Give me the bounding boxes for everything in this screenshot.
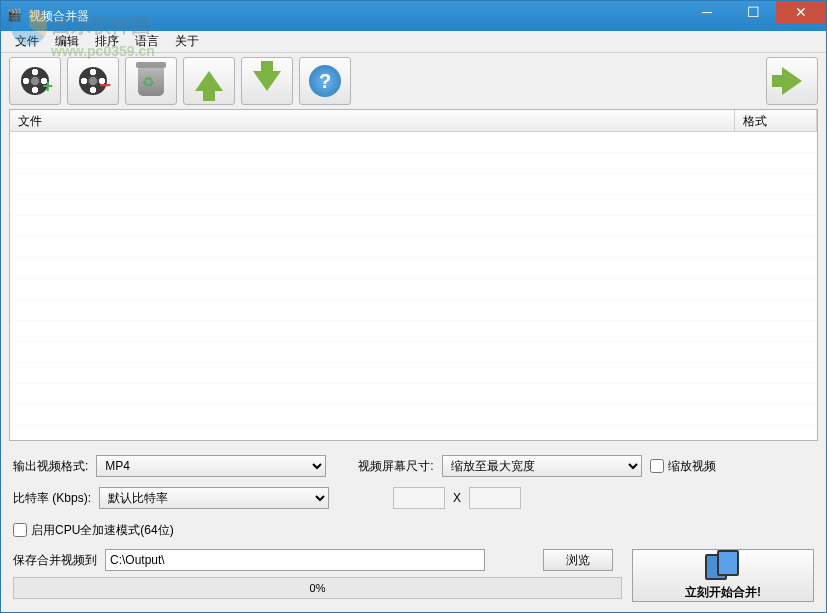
move-down-button[interactable] bbox=[241, 57, 293, 105]
dimension-separator: X bbox=[453, 491, 461, 505]
row-bitrate: 比特率 (Kbps): 默认比特率 X bbox=[13, 485, 814, 511]
close-button[interactable]: ✕ bbox=[776, 1, 826, 23]
width-input[interactable] bbox=[393, 487, 445, 509]
film-reel-add-icon: + bbox=[21, 67, 49, 95]
column-format[interactable]: 格式 bbox=[735, 110, 817, 131]
arrow-up-icon bbox=[195, 71, 223, 91]
remove-file-button[interactable]: − bbox=[67, 57, 119, 105]
cpu-accel-label: 启用CPU全加速模式(64位) bbox=[31, 522, 174, 539]
arrow-right-icon bbox=[782, 67, 802, 95]
file-list-body[interactable] bbox=[10, 132, 817, 440]
scale-video-label: 缩放视频 bbox=[668, 458, 716, 475]
file-list-header: 文件 格式 bbox=[10, 110, 817, 132]
clear-button[interactable]: ♻ bbox=[125, 57, 177, 105]
menu-about[interactable]: 关于 bbox=[167, 31, 207, 52]
settings-panel: 输出视频格式: MP4 视频屏幕尺寸: 缩放至最大宽度 缩放视频 比特率 (Kb… bbox=[1, 449, 826, 547]
save-path-input[interactable] bbox=[105, 549, 485, 571]
screen-size-label: 视频屏幕尺寸: bbox=[358, 458, 433, 475]
row-format-screen: 输出视频格式: MP4 视频屏幕尺寸: 缩放至最大宽度 缩放视频 bbox=[13, 453, 814, 479]
save-to-label: 保存合并视频到 bbox=[13, 552, 97, 569]
bitrate-select[interactable]: 默认比特率 bbox=[99, 487, 329, 509]
add-file-button[interactable]: + bbox=[9, 57, 61, 105]
output-format-select[interactable]: MP4 bbox=[96, 455, 326, 477]
row-cpu: 启用CPU全加速模式(64位) bbox=[13, 517, 814, 543]
column-file[interactable]: 文件 bbox=[10, 110, 735, 131]
menu-language[interactable]: 语言 bbox=[127, 31, 167, 52]
scale-video-checkbox[interactable] bbox=[650, 459, 664, 473]
browse-button[interactable]: 浏览 bbox=[543, 549, 613, 571]
bitrate-label: 比特率 (Kbps): bbox=[13, 490, 91, 507]
menu-edit[interactable]: 编辑 bbox=[47, 31, 87, 52]
toolbar: + − ♻ ? bbox=[1, 53, 826, 109]
progress-bar: 0% bbox=[13, 577, 622, 599]
progress-text: 0% bbox=[310, 582, 326, 594]
file-list: 文件 格式 bbox=[9, 109, 818, 441]
help-button[interactable]: ? bbox=[299, 57, 351, 105]
trash-icon: ♻ bbox=[138, 66, 164, 96]
window-title: 视频合并器 bbox=[29, 8, 684, 25]
window-buttons: ─ ☐ ✕ bbox=[684, 1, 826, 31]
start-merge-label: 立刻开始合并! bbox=[685, 584, 761, 601]
app-window: 西东软件园 www.pc0359.cn 🎬 视频合并器 ─ ☐ ✕ 文件 编辑 … bbox=[0, 0, 827, 613]
help-icon: ? bbox=[309, 65, 341, 97]
maximize-button[interactable]: ☐ bbox=[730, 1, 776, 23]
cpu-accel-checkbox-group: 启用CPU全加速模式(64位) bbox=[13, 522, 174, 539]
menu-sort[interactable]: 排序 bbox=[87, 31, 127, 52]
cpu-accel-checkbox[interactable] bbox=[13, 523, 27, 537]
start-merge-button[interactable]: 立刻开始合并! bbox=[632, 549, 814, 602]
film-reel-remove-icon: − bbox=[79, 67, 107, 95]
menubar: 文件 编辑 排序 语言 关于 bbox=[1, 31, 826, 53]
minimize-button[interactable]: ─ bbox=[684, 1, 730, 23]
scale-video-checkbox-group: 缩放视频 bbox=[650, 458, 716, 475]
menu-file[interactable]: 文件 bbox=[7, 31, 47, 52]
move-up-button[interactable] bbox=[183, 57, 235, 105]
output-format-label: 输出视频格式: bbox=[13, 458, 88, 475]
film-merge-icon bbox=[705, 550, 741, 580]
screen-size-select[interactable]: 缩放至最大宽度 bbox=[442, 455, 642, 477]
app-icon: 🎬 bbox=[7, 8, 23, 24]
bottom-area: 保存合并视频到 浏览 0% 立刻开始合并! bbox=[1, 547, 826, 612]
next-button[interactable] bbox=[766, 57, 818, 105]
bottom-left: 保存合并视频到 浏览 0% bbox=[13, 549, 622, 602]
titlebar: 🎬 视频合并器 ─ ☐ ✕ bbox=[1, 1, 826, 31]
save-row: 保存合并视频到 浏览 bbox=[13, 549, 622, 571]
arrow-down-icon bbox=[253, 71, 281, 91]
height-input[interactable] bbox=[469, 487, 521, 509]
